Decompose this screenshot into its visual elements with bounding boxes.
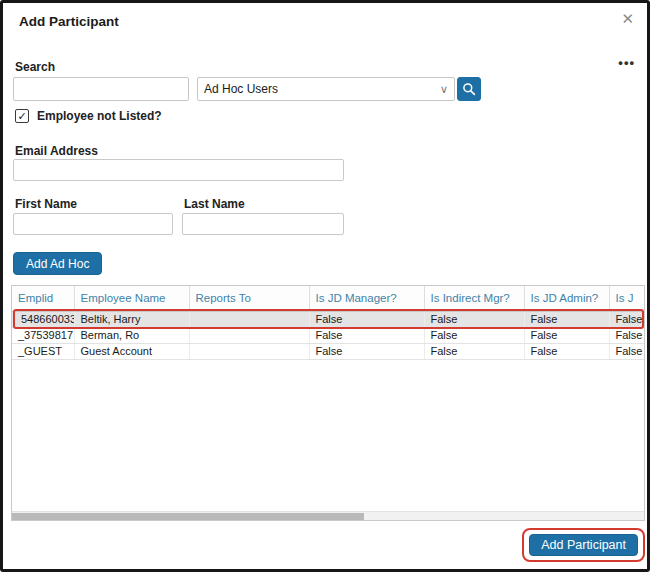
first-name-field[interactable] <box>13 213 173 235</box>
first-name-label: First Name <box>15 197 77 211</box>
table-row-berman-ro[interactable]: _37539817 Berman, Ro False False False F… <box>12 327 645 343</box>
cell-emplid: _37539817 <box>12 327 74 343</box>
column-header-reports-to: Reports To <box>189 286 309 311</box>
more-options-icon[interactable]: ••• <box>618 55 635 70</box>
add-participant-button[interactable]: Add Participant <box>529 534 638 556</box>
user-type-selected-value: Ad Hoc Users <box>204 82 278 96</box>
table-header-row: Emplid Employee Name Reports To Is JD Ma… <box>12 286 645 311</box>
add-participant-dialog: Add Participant ✕ Search ••• Ad Hoc User… <box>0 0 650 572</box>
cell-is-indirect-mgr: False <box>424 343 524 359</box>
close-icon[interactable]: ✕ <box>619 9 636 28</box>
search-icon <box>462 82 476 96</box>
search-row: Ad Hoc Users ∨ <box>13 77 481 101</box>
column-header-employee-name: Employee Name <box>74 286 189 311</box>
cell-is-indirect-mgr: False <box>424 311 524 327</box>
email-address-field[interactable] <box>13 159 344 181</box>
cell-is-jd-admin: False <box>524 327 609 343</box>
last-name-label: Last Name <box>184 197 245 211</box>
search-button[interactable] <box>457 77 481 101</box>
cell-is-j: False <box>609 327 645 343</box>
cell-employee-name: Berman, Ro <box>74 327 189 343</box>
column-header-is-j: Is J <box>609 286 645 311</box>
column-header-is-jd-admin: Is JD Admin? <box>524 286 609 311</box>
cell-is-jd-manager: False <box>309 343 424 359</box>
cell-is-jd-admin: False <box>524 311 609 327</box>
cell-employee-name: Guest Account <box>74 343 189 359</box>
cell-emplid: _GUEST <box>12 343 74 359</box>
cell-emplid: 548660033 <box>12 311 74 327</box>
search-label: Search <box>15 60 55 74</box>
cell-is-indirect-mgr: False <box>424 327 524 343</box>
cell-reports-to <box>189 311 309 327</box>
email-address-label: Email Address <box>15 144 98 158</box>
user-type-select[interactable]: Ad Hoc Users ∨ <box>197 77 455 101</box>
horizontal-scrollbar[interactable] <box>12 511 644 520</box>
cell-reports-to <box>189 343 309 359</box>
horizontal-scrollbar-thumb[interactable] <box>12 513 364 520</box>
cell-is-j: False <box>609 311 645 327</box>
cell-is-j: False <box>609 343 645 359</box>
cell-is-jd-manager: False <box>309 311 424 327</box>
column-header-is-jd-manager: Is JD Manager? <box>309 286 424 311</box>
checkbox-checked-icon[interactable]: ✓ <box>15 109 29 123</box>
dialog-title: Add Participant <box>19 14 119 29</box>
participants-table: Emplid Employee Name Reports To Is JD Ma… <box>11 285 645 521</box>
cell-employee-name: Beltik, Harry <box>74 311 189 327</box>
cell-is-jd-admin: False <box>524 343 609 359</box>
cell-reports-to <box>189 327 309 343</box>
table-row-beltik-harry[interactable]: 548660033 Beltik, Harry False False Fals… <box>12 311 645 327</box>
employee-not-listed-label: Employee not Listed? <box>37 109 162 123</box>
search-input[interactable] <box>13 77 189 101</box>
last-name-field[interactable] <box>182 213 344 235</box>
table-row-guest-account[interactable]: _GUEST Guest Account False False False F… <box>12 343 645 359</box>
column-header-emplid: Emplid <box>12 286 74 311</box>
annotation-add-participant-button: Add Participant <box>522 528 645 562</box>
cell-is-jd-manager: False <box>309 327 424 343</box>
add-ad-hoc-button[interactable]: Add Ad Hoc <box>13 252 102 275</box>
employee-not-listed-checkbox[interactable]: ✓ Employee not Listed? <box>15 109 162 123</box>
chevron-down-icon: ∨ <box>440 84 448 95</box>
column-header-is-indirect-mgr: Is Indirect Mgr? <box>424 286 524 311</box>
